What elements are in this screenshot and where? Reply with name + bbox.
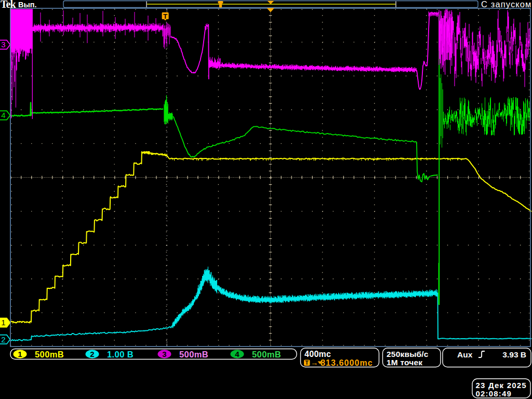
svg-text:С запуском: С запуском (481, 0, 531, 9)
svg-text:813.6000mс: 813.6000mс (321, 358, 373, 367)
svg-text:Вып.: Вып. (18, 1, 37, 9)
svg-text:2: 2 (90, 350, 94, 358)
svg-text:2: 2 (1, 335, 5, 344)
svg-text:T: T (163, 12, 168, 20)
svg-text:1: 1 (18, 350, 22, 358)
svg-text:23 Дек 2025: 23 Дек 2025 (476, 381, 527, 390)
svg-text:500mB: 500mB (252, 350, 281, 359)
svg-text:3.93 В: 3.93 В (502, 350, 526, 359)
svg-text:4: 4 (1, 111, 5, 119)
svg-text:1.00 В: 1.00 В (107, 350, 134, 359)
svg-text:500mB: 500mB (35, 350, 64, 359)
svg-text:Aux: Aux (457, 350, 473, 359)
svg-text:1М точек: 1М точек (387, 358, 422, 367)
svg-text:250квыб/с: 250квыб/с (387, 350, 429, 358)
svg-text:Tek: Tek (1, 0, 16, 10)
svg-text:500mB: 500mB (179, 350, 208, 359)
svg-text:4: 4 (235, 350, 240, 358)
svg-text:Т: Т (305, 360, 309, 366)
svg-text:3: 3 (1, 40, 5, 49)
svg-text:02:08:49: 02:08:49 (476, 389, 512, 398)
svg-text:→: → (311, 358, 318, 367)
svg-text:1: 1 (1, 318, 5, 327)
svg-text:3: 3 (162, 350, 166, 358)
svg-text:400mс: 400mс (304, 350, 331, 358)
